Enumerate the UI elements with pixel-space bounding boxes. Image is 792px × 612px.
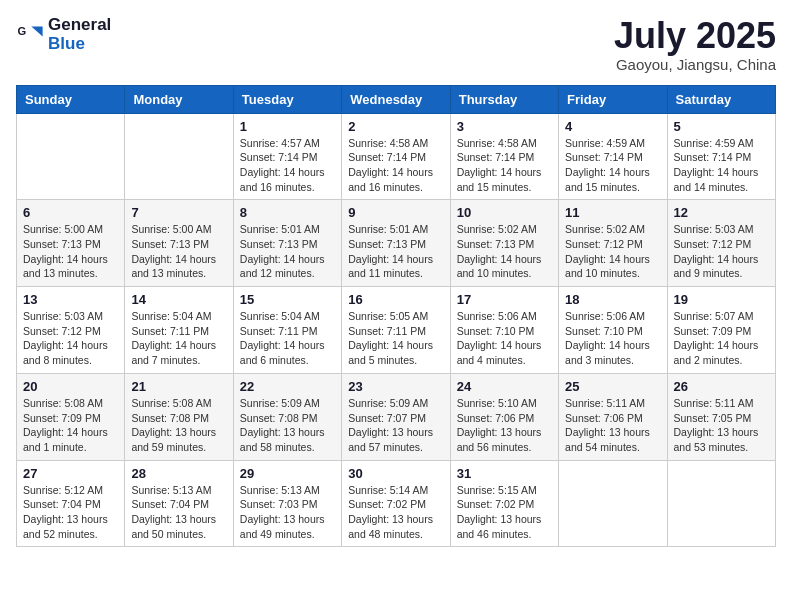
day-info: Sunrise: 4:58 AM Sunset: 7:14 PM Dayligh… bbox=[348, 136, 443, 195]
calendar-day-cell: 16Sunrise: 5:05 AM Sunset: 7:11 PM Dayli… bbox=[342, 287, 450, 374]
day-number: 31 bbox=[457, 466, 552, 481]
day-number: 13 bbox=[23, 292, 118, 307]
logo: G General Blue bbox=[16, 16, 111, 53]
calendar-day-cell: 25Sunrise: 5:11 AM Sunset: 7:06 PM Dayli… bbox=[559, 373, 667, 460]
calendar-day-cell bbox=[667, 460, 775, 547]
calendar-day-cell: 7Sunrise: 5:00 AM Sunset: 7:13 PM Daylig… bbox=[125, 200, 233, 287]
day-number: 25 bbox=[565, 379, 660, 394]
calendar-day-cell: 28Sunrise: 5:13 AM Sunset: 7:04 PM Dayli… bbox=[125, 460, 233, 547]
logo-general-text: General bbox=[48, 16, 111, 35]
calendar-day-cell: 24Sunrise: 5:10 AM Sunset: 7:06 PM Dayli… bbox=[450, 373, 558, 460]
day-info: Sunrise: 4:57 AM Sunset: 7:14 PM Dayligh… bbox=[240, 136, 335, 195]
day-info: Sunrise: 5:12 AM Sunset: 7:04 PM Dayligh… bbox=[23, 483, 118, 542]
day-number: 20 bbox=[23, 379, 118, 394]
day-info: Sunrise: 5:03 AM Sunset: 7:12 PM Dayligh… bbox=[23, 309, 118, 368]
calendar-day-cell: 19Sunrise: 5:07 AM Sunset: 7:09 PM Dayli… bbox=[667, 287, 775, 374]
calendar-day-cell bbox=[559, 460, 667, 547]
calendar-day-cell: 18Sunrise: 5:06 AM Sunset: 7:10 PM Dayli… bbox=[559, 287, 667, 374]
calendar-day-cell: 21Sunrise: 5:08 AM Sunset: 7:08 PM Dayli… bbox=[125, 373, 233, 460]
calendar-day-cell: 29Sunrise: 5:13 AM Sunset: 7:03 PM Dayli… bbox=[233, 460, 341, 547]
calendar-day-cell: 2Sunrise: 4:58 AM Sunset: 7:14 PM Daylig… bbox=[342, 113, 450, 200]
day-of-week-header: Sunday bbox=[17, 85, 125, 113]
day-info: Sunrise: 5:10 AM Sunset: 7:06 PM Dayligh… bbox=[457, 396, 552, 455]
day-info: Sunrise: 5:07 AM Sunset: 7:09 PM Dayligh… bbox=[674, 309, 769, 368]
calendar-day-cell: 13Sunrise: 5:03 AM Sunset: 7:12 PM Dayli… bbox=[17, 287, 125, 374]
day-number: 16 bbox=[348, 292, 443, 307]
calendar-day-cell: 8Sunrise: 5:01 AM Sunset: 7:13 PM Daylig… bbox=[233, 200, 341, 287]
calendar-day-cell bbox=[17, 113, 125, 200]
day-info: Sunrise: 5:02 AM Sunset: 7:13 PM Dayligh… bbox=[457, 222, 552, 281]
day-number: 2 bbox=[348, 119, 443, 134]
calendar-day-cell: 6Sunrise: 5:00 AM Sunset: 7:13 PM Daylig… bbox=[17, 200, 125, 287]
calendar-header-row: SundayMondayTuesdayWednesdayThursdayFrid… bbox=[17, 85, 776, 113]
day-number: 24 bbox=[457, 379, 552, 394]
day-number: 23 bbox=[348, 379, 443, 394]
calendar-day-cell: 23Sunrise: 5:09 AM Sunset: 7:07 PM Dayli… bbox=[342, 373, 450, 460]
calendar-day-cell: 30Sunrise: 5:14 AM Sunset: 7:02 PM Dayli… bbox=[342, 460, 450, 547]
day-info: Sunrise: 5:02 AM Sunset: 7:12 PM Dayligh… bbox=[565, 222, 660, 281]
calendar-day-cell: 4Sunrise: 4:59 AM Sunset: 7:14 PM Daylig… bbox=[559, 113, 667, 200]
day-number: 17 bbox=[457, 292, 552, 307]
day-info: Sunrise: 4:59 AM Sunset: 7:14 PM Dayligh… bbox=[674, 136, 769, 195]
calendar-day-cell: 5Sunrise: 4:59 AM Sunset: 7:14 PM Daylig… bbox=[667, 113, 775, 200]
svg-marker-1 bbox=[31, 26, 42, 36]
day-info: Sunrise: 5:06 AM Sunset: 7:10 PM Dayligh… bbox=[457, 309, 552, 368]
day-info: Sunrise: 5:13 AM Sunset: 7:03 PM Dayligh… bbox=[240, 483, 335, 542]
day-info: Sunrise: 5:01 AM Sunset: 7:13 PM Dayligh… bbox=[240, 222, 335, 281]
day-number: 29 bbox=[240, 466, 335, 481]
day-number: 1 bbox=[240, 119, 335, 134]
day-info: Sunrise: 5:04 AM Sunset: 7:11 PM Dayligh… bbox=[131, 309, 226, 368]
calendar-week-row: 27Sunrise: 5:12 AM Sunset: 7:04 PM Dayli… bbox=[17, 460, 776, 547]
day-number: 7 bbox=[131, 205, 226, 220]
day-info: Sunrise: 5:13 AM Sunset: 7:04 PM Dayligh… bbox=[131, 483, 226, 542]
calendar-day-cell: 20Sunrise: 5:08 AM Sunset: 7:09 PM Dayli… bbox=[17, 373, 125, 460]
day-info: Sunrise: 5:15 AM Sunset: 7:02 PM Dayligh… bbox=[457, 483, 552, 542]
calendar-week-row: 1Sunrise: 4:57 AM Sunset: 7:14 PM Daylig… bbox=[17, 113, 776, 200]
day-of-week-header: Wednesday bbox=[342, 85, 450, 113]
day-number: 30 bbox=[348, 466, 443, 481]
day-info: Sunrise: 5:08 AM Sunset: 7:09 PM Dayligh… bbox=[23, 396, 118, 455]
day-info: Sunrise: 4:59 AM Sunset: 7:14 PM Dayligh… bbox=[565, 136, 660, 195]
day-number: 4 bbox=[565, 119, 660, 134]
day-info: Sunrise: 5:03 AM Sunset: 7:12 PM Dayligh… bbox=[674, 222, 769, 281]
day-number: 12 bbox=[674, 205, 769, 220]
day-number: 28 bbox=[131, 466, 226, 481]
calendar-day-cell: 3Sunrise: 4:58 AM Sunset: 7:14 PM Daylig… bbox=[450, 113, 558, 200]
day-number: 18 bbox=[565, 292, 660, 307]
calendar-day-cell: 26Sunrise: 5:11 AM Sunset: 7:05 PM Dayli… bbox=[667, 373, 775, 460]
calendar-day-cell: 12Sunrise: 5:03 AM Sunset: 7:12 PM Dayli… bbox=[667, 200, 775, 287]
calendar-day-cell: 14Sunrise: 5:04 AM Sunset: 7:11 PM Dayli… bbox=[125, 287, 233, 374]
day-number: 11 bbox=[565, 205, 660, 220]
day-number: 6 bbox=[23, 205, 118, 220]
calendar-day-cell: 31Sunrise: 5:15 AM Sunset: 7:02 PM Dayli… bbox=[450, 460, 558, 547]
calendar-day-cell: 15Sunrise: 5:04 AM Sunset: 7:11 PM Dayli… bbox=[233, 287, 341, 374]
title-section: July 2025 Gaoyou, Jiangsu, China bbox=[614, 16, 776, 73]
calendar-week-row: 13Sunrise: 5:03 AM Sunset: 7:12 PM Dayli… bbox=[17, 287, 776, 374]
day-number: 15 bbox=[240, 292, 335, 307]
day-info: Sunrise: 5:09 AM Sunset: 7:07 PM Dayligh… bbox=[348, 396, 443, 455]
calendar-week-row: 6Sunrise: 5:00 AM Sunset: 7:13 PM Daylig… bbox=[17, 200, 776, 287]
calendar-day-cell: 27Sunrise: 5:12 AM Sunset: 7:04 PM Dayli… bbox=[17, 460, 125, 547]
page-header: G General Blue July 2025 Gaoyou, Jiangsu… bbox=[16, 16, 776, 73]
day-info: Sunrise: 5:11 AM Sunset: 7:05 PM Dayligh… bbox=[674, 396, 769, 455]
day-number: 19 bbox=[674, 292, 769, 307]
day-info: Sunrise: 4:58 AM Sunset: 7:14 PM Dayligh… bbox=[457, 136, 552, 195]
day-of-week-header: Thursday bbox=[450, 85, 558, 113]
day-number: 22 bbox=[240, 379, 335, 394]
day-number: 10 bbox=[457, 205, 552, 220]
subtitle: Gaoyou, Jiangsu, China bbox=[614, 56, 776, 73]
calendar-day-cell bbox=[125, 113, 233, 200]
day-of-week-header: Saturday bbox=[667, 85, 775, 113]
calendar-day-cell: 17Sunrise: 5:06 AM Sunset: 7:10 PM Dayli… bbox=[450, 287, 558, 374]
day-info: Sunrise: 5:01 AM Sunset: 7:13 PM Dayligh… bbox=[348, 222, 443, 281]
day-info: Sunrise: 5:00 AM Sunset: 7:13 PM Dayligh… bbox=[23, 222, 118, 281]
calendar-day-cell: 9Sunrise: 5:01 AM Sunset: 7:13 PM Daylig… bbox=[342, 200, 450, 287]
day-info: Sunrise: 5:04 AM Sunset: 7:11 PM Dayligh… bbox=[240, 309, 335, 368]
day-info: Sunrise: 5:06 AM Sunset: 7:10 PM Dayligh… bbox=[565, 309, 660, 368]
day-number: 27 bbox=[23, 466, 118, 481]
calendar-day-cell: 22Sunrise: 5:09 AM Sunset: 7:08 PM Dayli… bbox=[233, 373, 341, 460]
day-number: 14 bbox=[131, 292, 226, 307]
logo-blue-text: Blue bbox=[48, 35, 111, 54]
day-info: Sunrise: 5:11 AM Sunset: 7:06 PM Dayligh… bbox=[565, 396, 660, 455]
calendar-table: SundayMondayTuesdayWednesdayThursdayFrid… bbox=[16, 85, 776, 548]
